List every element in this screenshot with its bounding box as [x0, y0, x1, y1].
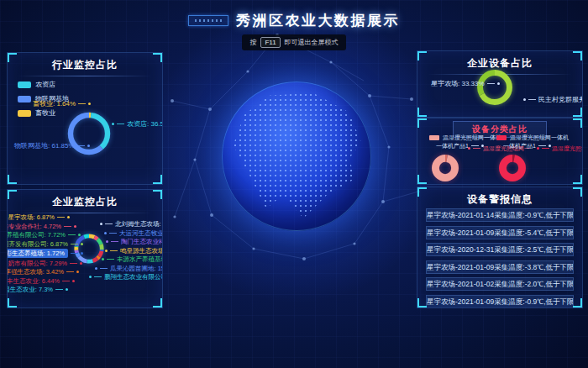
divider	[18, 76, 152, 76]
leader-dot	[78, 234, 81, 236]
alarm-list: 星宇农场-2021-01-14采集温度:-0.9℃,低于下限:0℃星宇农场-20…	[426, 208, 574, 308]
leader-dot	[112, 123, 114, 125]
chart-label-text: 畜牧业: 1.64%	[33, 100, 76, 108]
leader-line	[55, 289, 63, 290]
chart-label: 家禽养殖有限公司: 7.72%	[7, 231, 81, 239]
chart-label: 鹏翔生态农业有限公司: 6.87%	[89, 273, 163, 281]
chart-label-text: 大运河生态牧业有限责任公司: 5.42%	[119, 229, 163, 237]
chart-label: 大运河生态牧业有限责任公司: 5.42%	[104, 229, 163, 237]
leader-line	[117, 124, 124, 124]
leader-line	[105, 223, 113, 224]
legend-swatch	[18, 81, 31, 88]
panel-title: 企业监控占比	[14, 195, 155, 209]
alarm-row: 星宇农场-2021-01-09采集温度:-3.8℃,低于下限:0℃	[426, 260, 574, 274]
chart-label: 星宇农场: 33.33%	[431, 80, 500, 87]
legend-swatch	[18, 96, 31, 103]
alarm-row: 星宇农场-2021-01-09采集温度:-0.9℃,低于下限:0℃	[426, 295, 574, 308]
leader-line	[78, 103, 86, 104]
legend-item[interactable]: 畜牧业	[18, 108, 69, 118]
industry-donut-chart[interactable]	[65, 109, 113, 158]
chart-label-text: 七彩生态养殖场: 1.72%	[7, 249, 68, 258]
chart-label-text: 民主村党群服务中心:	[538, 96, 583, 103]
chart-label: 北刘姆生态农场: 11.56%	[100, 220, 163, 228]
chart-label-text: 图齐发有限公司: 6.87%	[7, 240, 68, 248]
chart-label-text: 和润禽类专业合作社: 4.72%	[7, 223, 61, 230]
chart-label: 和润禽类专业合作社: 4.72%	[7, 223, 76, 230]
chart-label-text: 瓜果沁园苗圃地: 15.02%	[110, 265, 163, 272]
hint-suffix: 即可退出全屏模式	[285, 38, 339, 47]
leader-dot	[76, 271, 79, 273]
leader-dot	[81, 252, 83, 255]
category-donut-right[interactable]	[498, 154, 527, 182]
leader-dot	[67, 216, 70, 218]
device-category-panel: 设备分类占比 温湿度光照组网一体机 一体机产品1 温湿度光照组网一 温湿度光照组…	[417, 118, 583, 185]
leader-line	[57, 217, 65, 218]
leader-line	[64, 226, 71, 227]
category-donut-left[interactable]	[431, 154, 459, 182]
leader-line	[107, 259, 114, 260]
legend-label: 畜牧业	[35, 108, 55, 118]
leader-line	[77, 145, 85, 146]
chart-label-text: 陶门生态农业科技有限公司: 3.21%	[121, 238, 163, 245]
chart-label-text: 星宇农场: 6.87%	[8, 213, 55, 221]
chart-label-text: 北刘姆生态农场: 11.56%	[115, 220, 163, 228]
chart-label-text: 物联网基地: 61.85%	[14, 142, 75, 150]
side-label: 温湿度光照组网一	[537, 145, 583, 152]
leader-line	[110, 250, 118, 251]
chart-label-text: 中奶市有限公司: 7.29%	[7, 260, 67, 267]
alarm-row: 星宇农场-2021-01-02采集温度:-2.0℃,低于下限:0℃	[426, 277, 574, 291]
leader-dot	[81, 243, 83, 245]
panel-title: 设备警报信息	[424, 192, 575, 207]
device-donut-chart[interactable]	[475, 68, 514, 107]
leader-dot	[72, 280, 75, 282]
chart-label-text: 农资店: 36.51%	[127, 120, 163, 128]
alarm-row: 星宇农场-2021-01-09采集温度:-5.4℃,低于下限:0℃	[426, 226, 574, 239]
industry-ratio-panel: 行业监控占比 农资店物联网基地畜牧业 畜牧业: 1.64%农资店: 36.51%…	[7, 52, 163, 185]
chart-label: 鸣皇源生态农场: 4.29%	[105, 247, 163, 255]
leader-dot	[100, 223, 102, 225]
device-alarm-panel: 设备警报信息 星宇农场-2021-01-14采集温度:-0.9℃,低于下限:0℃…	[417, 187, 583, 308]
chart-label: 七彩生态养殖场: 1.72%	[7, 249, 83, 258]
category-legend[interactable]: 温湿度光照组网一体机	[496, 134, 569, 142]
legend-swatch	[429, 135, 439, 140]
leader-dot	[105, 250, 108, 252]
chart-label: 瓜果沁园苗圃地: 15.02%	[95, 265, 163, 272]
leader-dot	[95, 267, 97, 270]
leader-line	[71, 244, 78, 244]
leader-dot	[497, 82, 500, 85]
leader-line	[71, 253, 78, 254]
leader-dot	[523, 98, 526, 101]
leader-line	[62, 281, 70, 281]
leader-dot	[66, 288, 68, 291]
category-chart-right: 温湿度光照组网一体机 一体机产品1 温湿度光照组网一	[486, 134, 567, 182]
chart-label-text: 红梅园生态农业: 7.3%	[7, 286, 53, 293]
hint-prefix: 按	[249, 38, 256, 47]
leader-dot	[80, 262, 82, 265]
globe-visualization	[222, 81, 371, 231]
leader-line	[111, 241, 118, 242]
leader-line	[94, 276, 102, 277]
legend-swatch	[18, 110, 31, 117]
chart-label: 畜牧业: 1.64%	[33, 100, 91, 108]
chart-label: 陶门生态农业科技有限公司: 3.21%	[106, 238, 163, 245]
leader-dot	[104, 232, 107, 234]
industry-legend: 农资店物联网基地畜牧业	[18, 80, 69, 118]
alarm-row: 星宇农场-2020-12-31采集温度:-2.5℃,低于下限:0℃	[426, 243, 574, 256]
legend-label: 农资店	[35, 80, 55, 89]
panel-title: 行业监控占比	[14, 58, 155, 72]
leader-dot	[102, 258, 104, 260]
chart-label: 星宇农场: 6.87%	[8, 213, 70, 221]
leader-line	[100, 268, 108, 269]
legend-label: 温湿度光照组网一体机	[510, 134, 569, 142]
chart-label-text: 李强生态农场: 3.42%	[7, 268, 64, 276]
leader-line	[66, 271, 74, 272]
device-ratio-panel: 企业设备占比 星宇农场: 33.33%民主村党群服务中心:	[417, 50, 583, 118]
enterprise-labels-left: 星宇农场: 6.87%和润禽类专业合作社: 4.72%家禽养殖有限公司: 7.7…	[9, 213, 83, 293]
page-title: 秀洲区农业大数据展示	[236, 11, 400, 30]
leader-dot	[87, 145, 90, 147]
chart-label-text: 星宇农场: 33.33%	[431, 80, 485, 87]
legend-item[interactable]: 农资店	[18, 80, 69, 89]
alarm-row: 星宇农场-2021-01-14采集温度:-0.9℃,低于下限:0℃	[426, 208, 574, 222]
header-logo-badge	[188, 15, 228, 26]
header: 秀洲区农业大数据展示 按 F11 即可退出全屏模式	[0, 11, 588, 50]
